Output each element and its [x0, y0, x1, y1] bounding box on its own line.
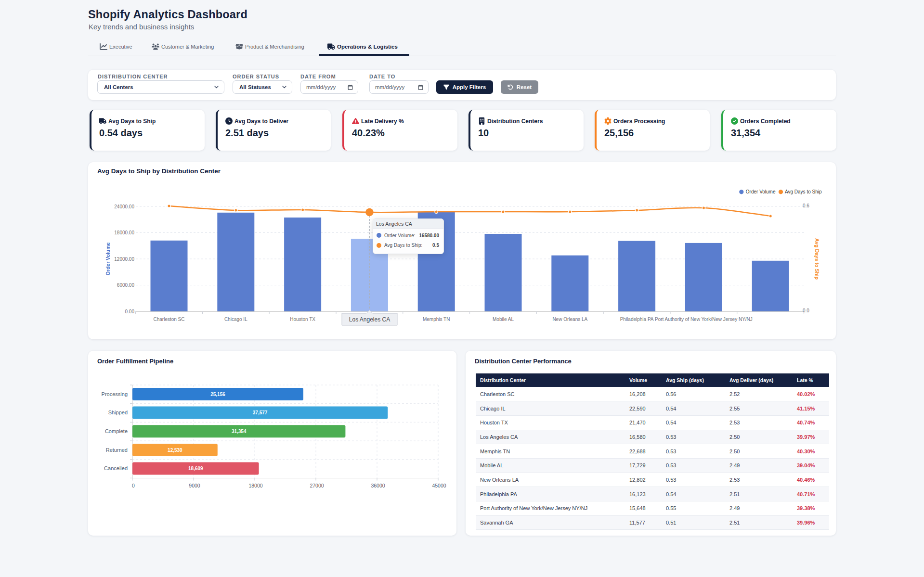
- svg-text:6000.00: 6000.00: [117, 282, 135, 288]
- svg-text:Order Volume: Order Volume: [105, 243, 111, 276]
- svg-text:Processing: Processing: [102, 391, 128, 397]
- svg-text:27000: 27000: [310, 483, 324, 488]
- svg-text:Mobile AL: Mobile AL: [493, 317, 514, 322]
- svg-text:18000.00: 18000.00: [114, 230, 134, 235]
- svg-text:9000: 9000: [189, 483, 200, 488]
- svg-text:18000: 18000: [248, 483, 262, 488]
- svg-text:Avg Days to Ship: Avg Days to Ship: [785, 189, 822, 194]
- svg-text:Port Authority of New York/New: Port Authority of New York/New Jersey NY…: [655, 317, 753, 322]
- svg-text:Houston TX: Houston TX: [290, 317, 315, 322]
- svg-text:0: 0: [132, 483, 135, 488]
- svg-text:45000: 45000: [432, 483, 446, 488]
- svg-text:31,354: 31,354: [232, 429, 247, 434]
- svg-text:Avg Days to Ship: Avg Days to Ship: [814, 238, 820, 280]
- svg-text:New Orleans LA: New Orleans LA: [552, 317, 587, 322]
- svg-text:0.0: 0.0: [803, 308, 809, 313]
- svg-text:25,156: 25,156: [210, 392, 225, 397]
- svg-text:Cancelled: Cancelled: [104, 465, 128, 471]
- svg-text:Chicago IL: Chicago IL: [224, 317, 247, 322]
- svg-text:Order Volume: Order Volume: [746, 189, 776, 194]
- svg-text:18,609: 18,609: [188, 466, 203, 471]
- svg-text:0.6: 0.6: [803, 203, 809, 208]
- svg-text:Returned: Returned: [106, 447, 128, 453]
- svg-text:24000.00: 24000.00: [114, 204, 134, 209]
- svg-text:12,530: 12,530: [168, 448, 182, 453]
- svg-text:Charleston SC: Charleston SC: [153, 317, 184, 322]
- svg-text:36000: 36000: [371, 483, 385, 488]
- svg-text:Shipped: Shipped: [108, 410, 128, 415]
- svg-text:Philadelphia PA: Philadelphia PA: [620, 317, 654, 322]
- svg-text:Memphis TN: Memphis TN: [423, 317, 450, 322]
- svg-text:12000.00: 12000.00: [114, 256, 134, 262]
- svg-text:Los Angeles CA: Los Angeles CA: [349, 316, 390, 323]
- svg-text:37,577: 37,577: [253, 410, 268, 415]
- svg-text:Complete: Complete: [105, 428, 128, 434]
- svg-text:0.00: 0.00: [125, 309, 135, 314]
